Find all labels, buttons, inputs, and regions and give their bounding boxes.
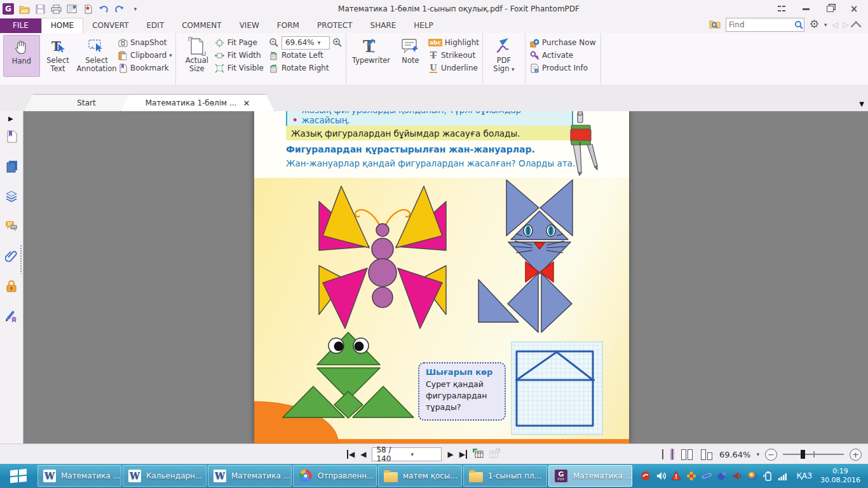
- tab-list-dropdown-icon[interactable]: ▼: [859, 100, 864, 107]
- bookmarks-panel-icon[interactable]: [5, 130, 18, 143]
- facing-layout-icon[interactable]: [680, 448, 694, 461]
- page-combo-caret-icon[interactable]: ▾: [407, 451, 441, 458]
- qat-customize-icon[interactable]: ▾: [130, 3, 141, 15]
- next-page-icon[interactable]: ▶: [447, 450, 453, 459]
- find-input[interactable]: [726, 20, 794, 29]
- zoom-in-button[interactable]: +: [850, 449, 862, 461]
- underline-button[interactable]: U Underline: [428, 62, 479, 74]
- tray-graphics-icon[interactable]: [641, 471, 651, 482]
- taskbar-folder-1[interactable]: матем қосы...: [378, 465, 462, 487]
- redo-icon[interactable]: [114, 3, 125, 15]
- tab-help[interactable]: HELP: [405, 18, 442, 33]
- activate-button[interactable]: Activate: [529, 50, 595, 61]
- tab-protect[interactable]: PROTECT: [308, 18, 362, 33]
- hand-tool-button[interactable]: Hand: [3, 35, 40, 77]
- new-document-icon[interactable]: [82, 3, 93, 15]
- taskbar-word-1[interactable]: W Математика ...: [37, 465, 121, 487]
- zoom-in-icon[interactable]: [332, 37, 342, 48]
- tab-share[interactable]: SHARE: [362, 18, 405, 33]
- fit-width-button[interactable]: Fit Width: [215, 50, 264, 61]
- open-file-icon[interactable]: [18, 3, 30, 15]
- zoom-slider-thumb[interactable]: [801, 450, 805, 459]
- tab-form[interactable]: FORM: [268, 18, 308, 33]
- start-button[interactable]: [0, 464, 37, 488]
- tray-browser-sphere-icon[interactable]: [747, 471, 758, 482]
- previous-page-icon[interactable]: ◀: [360, 450, 366, 459]
- taskbar-word-3[interactable]: W Математика ...: [208, 465, 292, 487]
- comments-panel-icon[interactable]: [5, 220, 18, 233]
- security-panel-icon[interactable]: [5, 280, 18, 292]
- find-options-caret-icon[interactable]: ▾: [824, 22, 827, 28]
- taskbar-clock[interactable]: 0:19 30.08.2016: [820, 467, 860, 485]
- tray-flower-icon[interactable]: [686, 471, 697, 482]
- zoom-out-button[interactable]: −: [765, 449, 777, 461]
- sidebar-expand-icon[interactable]: ▶: [8, 115, 13, 122]
- zoom-caret-icon[interactable]: ▾: [756, 451, 759, 458]
- tray-planet-icon[interactable]: [702, 471, 712, 482]
- layers-panel-icon[interactable]: [5, 190, 18, 203]
- previous-view-icon[interactable]: [473, 449, 484, 460]
- doc-tab-document[interactable]: Математика 1-бөлім ... ✕: [121, 94, 275, 111]
- tray-power-plug-icon[interactable]: [763, 471, 773, 482]
- foxit-logo-icon[interactable]: G: [3, 3, 14, 15]
- last-page-icon[interactable]: ▶: [459, 450, 467, 459]
- zoom-combo-caret-icon[interactable]: ▾: [315, 39, 329, 46]
- taskbar-chrome[interactable]: Отправленн...: [293, 465, 377, 487]
- tab-convert[interactable]: CONVERT: [83, 18, 137, 33]
- taskbar-word-2[interactable]: W Кальендарн...: [123, 465, 207, 487]
- taskbar-folder-2[interactable]: 1-сынып пл...: [463, 465, 547, 487]
- typewriter-button[interactable]: T Typewriter: [349, 35, 393, 76]
- collapse-ribbon-icon[interactable]: [851, 21, 862, 32]
- select-text-button[interactable]: T Select Text: [40, 35, 76, 76]
- continuous-layout-icon[interactable]: [670, 449, 674, 460]
- pdf-sign-button[interactable]: PDF Sign ▾: [486, 35, 522, 76]
- page-number-combo[interactable]: 58 / 140 ▾: [372, 447, 442, 461]
- tab-comment[interactable]: COMMENT: [173, 18, 230, 33]
- undo-icon[interactable]: [98, 3, 109, 15]
- clipboard-caret-icon[interactable]: ▾: [169, 52, 172, 58]
- print-icon[interactable]: [50, 3, 62, 15]
- tray-warning-icon[interactable]: [671, 471, 682, 482]
- tray-network-signal-icon[interactable]: [778, 471, 789, 482]
- attachments-panel-icon[interactable]: [5, 250, 18, 262]
- close-tab-icon[interactable]: ✕: [243, 98, 250, 108]
- bookmark-button[interactable]: Bookmark: [118, 62, 172, 74]
- zoom-out-icon[interactable]: [269, 37, 279, 48]
- fit-visible-button[interactable]: Fit Visible: [215, 62, 264, 74]
- zoom-level-combo[interactable]: 69.64% ▾: [281, 36, 330, 50]
- save-icon[interactable]: [34, 3, 46, 15]
- language-indicator[interactable]: ҚАЗ: [797, 471, 812, 480]
- document-viewport[interactable]: • жазық фигураларды қолданып, түрлі бұйы…: [24, 111, 868, 444]
- email-document-icon[interactable]: [66, 3, 78, 15]
- tray-glove-icon[interactable]: [717, 471, 728, 482]
- touch-mode-icon[interactable]: [776, 4, 787, 13]
- clipboard-button[interactable]: Clipboard ▾: [118, 50, 172, 61]
- search-folder-icon[interactable]: [709, 19, 721, 30]
- find-next-icon[interactable]: ▷: [843, 20, 849, 29]
- taskbar-foxit-active[interactable]: GPDF Математика ...: [548, 465, 632, 487]
- pages-panel-icon[interactable]: [5, 160, 18, 173]
- highlight-button[interactable]: abc Highlight: [428, 37, 479, 48]
- tab-home[interactable]: HOME: [41, 18, 83, 33]
- fit-page-button[interactable]: Fit Page: [215, 37, 264, 48]
- tab-file[interactable]: FILE: [0, 18, 41, 33]
- close-button[interactable]: ×: [849, 4, 859, 13]
- rotate-right-button[interactable]: Rotate Right: [269, 62, 342, 74]
- tray-volume-icon[interactable]: [656, 471, 667, 482]
- sidebar-resize-grip[interactable]: [20, 245, 22, 274]
- find-previous-icon[interactable]: ◁: [832, 20, 838, 29]
- first-page-icon[interactable]: ◀: [347, 450, 355, 459]
- note-button[interactable]: Note: [393, 35, 428, 76]
- tray-audio-icon[interactable]: [732, 471, 743, 482]
- purchase-now-button[interactable]: Purchase Now: [529, 37, 595, 48]
- search-icon[interactable]: [794, 20, 804, 30]
- select-annotation-button[interactable]: Select Annotation: [76, 35, 118, 76]
- actual-size-button[interactable]: Actual Size: [179, 35, 215, 76]
- signature-panel-icon[interactable]: [5, 309, 18, 322]
- tab-edit[interactable]: EDIT: [138, 18, 173, 33]
- zoom-slider[interactable]: [783, 449, 844, 459]
- minimize-button[interactable]: [801, 4, 811, 13]
- next-view-icon[interactable]: [489, 449, 500, 460]
- find-options-gear-icon[interactable]: [810, 19, 819, 30]
- product-info-button[interactable]: Product Info: [529, 62, 595, 74]
